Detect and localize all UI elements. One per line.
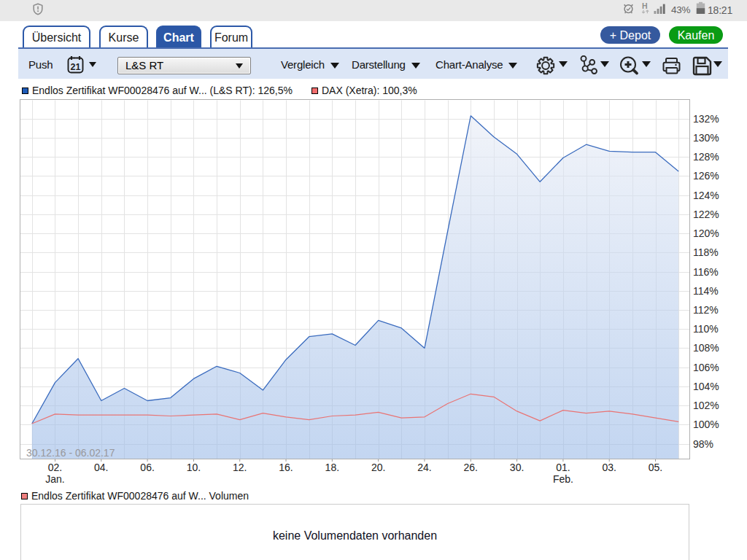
x-axis-label: 20.: [371, 462, 385, 473]
x-axis-label: 05.: [649, 462, 662, 473]
y-axis-label: 118%: [693, 246, 719, 258]
y-axis-label: 120%: [693, 228, 719, 239]
x-axis-label: 18.: [325, 462, 339, 473]
y-axis-label: 110%: [693, 323, 719, 335]
chart-watermark-range: 30.12.16 - 06.02.17: [26, 447, 115, 459]
x-axis-label: 30.: [510, 462, 524, 473]
y-axis-label: 100%: [693, 419, 719, 430]
y-axis-label: 132%: [693, 113, 719, 125]
y-axis-label: 128%: [693, 151, 719, 163]
y-axis-label: 116%: [693, 266, 719, 278]
y-axis-label: 130%: [693, 132, 719, 144]
y-axis-label: 122%: [693, 209, 719, 220]
x-axis-label: 01.: [556, 462, 570, 473]
x-axis-label: 24.: [417, 462, 431, 473]
legend-item-volume: Endlos Zertifikat WF00028476 auf W... Vo…: [21, 490, 249, 502]
y-axis-label: 112%: [693, 304, 719, 316]
volume-panel: keine Volumendaten vorhanden: [20, 504, 689, 560]
y-axis-label: 124%: [693, 190, 719, 201]
x-axis-month-label: Jan.: [45, 473, 64, 485]
legend-label: Endlos Zertifikat WF00028476 auf W... Vo…: [31, 490, 249, 502]
x-axis-month-label: Feb.: [553, 473, 573, 485]
x-axis-label: 10.: [187, 462, 201, 473]
y-axis-label: 126%: [693, 170, 719, 182]
x-axis-label: 06.: [140, 462, 154, 473]
screen: H 43% 18:21 Übersicht Kurse Chart Forum …: [0, 0, 747, 560]
x-axis-label: 04.: [94, 462, 108, 473]
y-axis-label: 106%: [693, 362, 719, 373]
y-axis-label: 108%: [693, 342, 719, 354]
x-axis-label: 12.: [233, 462, 247, 473]
y-axis-label: 102%: [693, 400, 719, 411]
y-axis-label: 114%: [693, 285, 719, 297]
price-chart[interactable]: 30.12.16 - 06.02.17 98%100%102%104%106%1…: [0, 0, 747, 503]
x-axis-label: 03.: [602, 462, 616, 473]
volume-message: keine Volumendaten vorhanden: [21, 529, 689, 542]
y-axis-label: 104%: [693, 381, 719, 392]
y-axis-label: 98%: [693, 438, 713, 450]
legend-swatch-volume: [21, 493, 28, 499]
x-axis-label: 16.: [279, 462, 293, 473]
x-axis-label: 02.: [48, 462, 62, 473]
x-axis-label: 26.: [464, 462, 478, 473]
